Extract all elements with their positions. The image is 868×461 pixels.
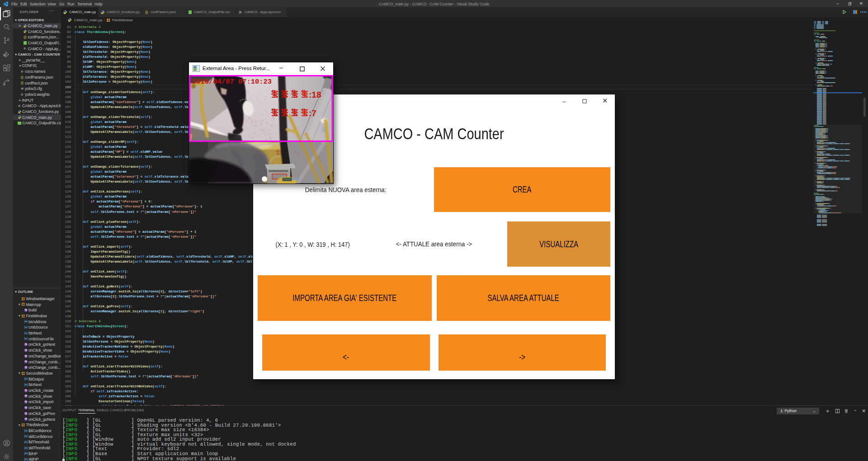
svg-text::7: :7 bbox=[309, 108, 316, 118]
svg-text:2016/04/07 07:10:23: 2016/04/07 07:10:23 bbox=[192, 78, 272, 86]
svg-text::18: :18 bbox=[309, 90, 321, 99]
